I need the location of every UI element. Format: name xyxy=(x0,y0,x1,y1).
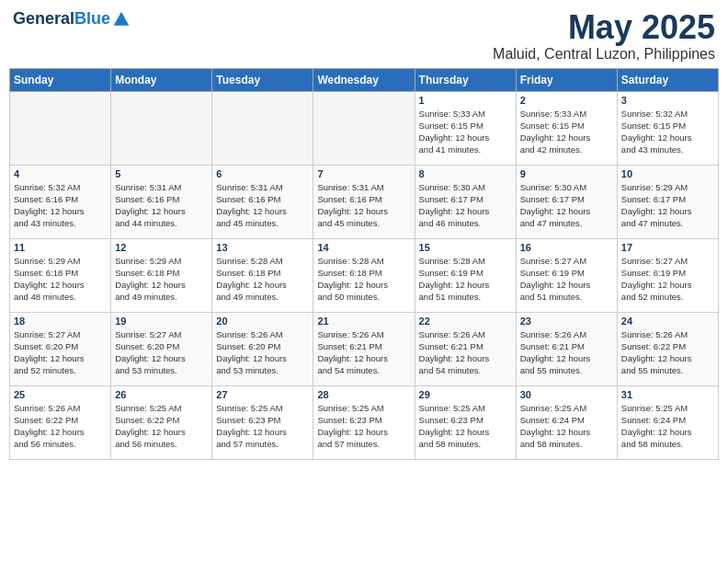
day-info: Sunrise: 5:25 AM Sunset: 6:23 PM Dayligh… xyxy=(216,402,309,451)
day-info: Sunrise: 5:25 AM Sunset: 6:23 PM Dayligh… xyxy=(317,402,410,451)
day-info: Sunrise: 5:31 AM Sunset: 6:16 PM Dayligh… xyxy=(317,181,410,230)
day-info: Sunrise: 5:29 AM Sunset: 6:18 PM Dayligh… xyxy=(115,255,208,304)
day-info: Sunrise: 5:30 AM Sunset: 6:17 PM Dayligh… xyxy=(419,181,512,230)
day-number: 5 xyxy=(115,168,208,179)
day-info: Sunrise: 5:31 AM Sunset: 6:16 PM Dayligh… xyxy=(115,181,208,230)
day-number: 18 xyxy=(14,316,107,327)
calendar-cell: 5Sunrise: 5:31 AM Sunset: 6:16 PM Daylig… xyxy=(111,165,212,238)
calendar-cell: 4Sunrise: 5:32 AM Sunset: 6:16 PM Daylig… xyxy=(10,165,111,238)
day-info: Sunrise: 5:28 AM Sunset: 6:18 PM Dayligh… xyxy=(317,255,410,304)
calendar-cell: 10Sunrise: 5:29 AM Sunset: 6:17 PM Dayli… xyxy=(617,165,718,238)
day-info: Sunrise: 5:28 AM Sunset: 6:19 PM Dayligh… xyxy=(419,255,512,304)
day-number: 17 xyxy=(621,242,714,253)
calendar-cell: 28Sunrise: 5:25 AM Sunset: 6:23 PM Dayli… xyxy=(313,385,415,459)
day-info: Sunrise: 5:28 AM Sunset: 6:18 PM Dayligh… xyxy=(216,255,309,304)
day-info: Sunrise: 5:32 AM Sunset: 6:16 PM Dayligh… xyxy=(14,181,107,230)
day-number: 19 xyxy=(115,316,208,327)
calendar-cell: 24Sunrise: 5:26 AM Sunset: 6:22 PM Dayli… xyxy=(617,312,718,385)
location-title: Maluid, Central Luzon, Philippines xyxy=(493,46,715,63)
day-info: Sunrise: 5:32 AM Sunset: 6:15 PM Dayligh… xyxy=(621,108,714,156)
calendar-cell: 18Sunrise: 5:27 AM Sunset: 6:20 PM Dayli… xyxy=(10,312,111,385)
logo-icon xyxy=(112,10,131,29)
day-info: Sunrise: 5:26 AM Sunset: 6:22 PM Dayligh… xyxy=(14,402,107,451)
day-info: Sunrise: 5:27 AM Sunset: 6:19 PM Dayligh… xyxy=(520,255,613,304)
calendar-cell: 19Sunrise: 5:27 AM Sunset: 6:20 PM Dayli… xyxy=(111,312,212,385)
day-number: 22 xyxy=(419,316,512,327)
calendar-cell: 17Sunrise: 5:27 AM Sunset: 6:19 PM Dayli… xyxy=(617,238,718,312)
day-info: Sunrise: 5:29 AM Sunset: 6:18 PM Dayligh… xyxy=(14,255,107,304)
day-info: Sunrise: 5:30 AM Sunset: 6:17 PM Dayligh… xyxy=(520,181,613,230)
day-number: 20 xyxy=(216,316,309,327)
day-number: 4 xyxy=(14,168,107,179)
day-number: 14 xyxy=(317,242,410,253)
page-header: GeneralBlue May 2025 Maluid, Central Luz… xyxy=(9,9,719,63)
day-info: Sunrise: 5:27 AM Sunset: 6:20 PM Dayligh… xyxy=(14,328,107,377)
calendar-week-row: 11Sunrise: 5:29 AM Sunset: 6:18 PM Dayli… xyxy=(10,238,719,312)
day-number: 26 xyxy=(115,389,208,400)
day-info: Sunrise: 5:26 AM Sunset: 6:21 PM Dayligh… xyxy=(419,328,512,377)
day-number: 28 xyxy=(317,389,410,400)
logo-text: GeneralBlue xyxy=(13,9,131,29)
calendar-cell: 27Sunrise: 5:25 AM Sunset: 6:23 PM Dayli… xyxy=(212,385,313,459)
calendar-cell: 30Sunrise: 5:25 AM Sunset: 6:24 PM Dayli… xyxy=(516,385,617,459)
day-number: 1 xyxy=(419,95,512,106)
calendar-cell: 31Sunrise: 5:25 AM Sunset: 6:24 PM Dayli… xyxy=(617,385,718,459)
calendar-day-header: Wednesday xyxy=(313,68,415,91)
calendar-cell: 15Sunrise: 5:28 AM Sunset: 6:19 PM Dayli… xyxy=(415,238,516,312)
calendar-day-header: Thursday xyxy=(415,68,516,91)
calendar-cell: 23Sunrise: 5:26 AM Sunset: 6:21 PM Dayli… xyxy=(516,312,617,385)
day-info: Sunrise: 5:25 AM Sunset: 6:22 PM Dayligh… xyxy=(115,402,208,451)
day-number: 7 xyxy=(317,168,410,179)
calendar-table: SundayMondayTuesdayWednesdayThursdayFrid… xyxy=(9,68,719,460)
calendar-cell: 1Sunrise: 5:33 AM Sunset: 6:15 PM Daylig… xyxy=(415,91,516,165)
day-number: 27 xyxy=(216,389,309,400)
calendar-header-row: SundayMondayTuesdayWednesdayThursdayFrid… xyxy=(10,68,719,91)
calendar-cell xyxy=(313,91,415,165)
calendar-cell: 26Sunrise: 5:25 AM Sunset: 6:22 PM Dayli… xyxy=(111,385,212,459)
day-number: 21 xyxy=(317,316,410,327)
day-info: Sunrise: 5:33 AM Sunset: 6:15 PM Dayligh… xyxy=(520,108,613,156)
calendar-day-header: Sunday xyxy=(10,68,111,91)
day-info: Sunrise: 5:31 AM Sunset: 6:16 PM Dayligh… xyxy=(216,181,309,230)
calendar-day-header: Friday xyxy=(516,68,617,91)
calendar-cell: 29Sunrise: 5:25 AM Sunset: 6:23 PM Dayli… xyxy=(415,385,516,459)
calendar-cell: 6Sunrise: 5:31 AM Sunset: 6:16 PM Daylig… xyxy=(212,165,313,238)
day-number: 15 xyxy=(419,242,512,253)
day-number: 25 xyxy=(14,389,107,400)
day-info: Sunrise: 5:25 AM Sunset: 6:24 PM Dayligh… xyxy=(520,402,613,451)
title-section: May 2025 Maluid, Central Luzon, Philippi… xyxy=(493,9,715,63)
day-number: 30 xyxy=(520,389,613,400)
day-number: 24 xyxy=(621,316,714,327)
day-number: 16 xyxy=(520,242,613,253)
day-number: 10 xyxy=(621,168,714,179)
day-info: Sunrise: 5:27 AM Sunset: 6:20 PM Dayligh… xyxy=(115,328,208,377)
calendar-cell: 22Sunrise: 5:26 AM Sunset: 6:21 PM Dayli… xyxy=(415,312,516,385)
calendar-week-row: 25Sunrise: 5:26 AM Sunset: 6:22 PM Dayli… xyxy=(10,385,719,459)
calendar-day-header: Monday xyxy=(111,68,212,91)
calendar-cell: 11Sunrise: 5:29 AM Sunset: 6:18 PM Dayli… xyxy=(10,238,111,312)
day-info: Sunrise: 5:29 AM Sunset: 6:17 PM Dayligh… xyxy=(621,181,714,230)
calendar-cell: 20Sunrise: 5:26 AM Sunset: 6:20 PM Dayli… xyxy=(212,312,313,385)
calendar-cell xyxy=(111,91,212,165)
day-number: 2 xyxy=(520,95,613,106)
day-number: 29 xyxy=(419,389,512,400)
day-number: 31 xyxy=(621,389,714,400)
day-number: 12 xyxy=(115,242,208,253)
calendar-cell: 14Sunrise: 5:28 AM Sunset: 6:18 PM Dayli… xyxy=(313,238,415,312)
day-info: Sunrise: 5:26 AM Sunset: 6:21 PM Dayligh… xyxy=(317,328,410,377)
calendar-cell: 13Sunrise: 5:28 AM Sunset: 6:18 PM Dayli… xyxy=(212,238,313,312)
day-info: Sunrise: 5:33 AM Sunset: 6:15 PM Dayligh… xyxy=(419,108,512,156)
day-number: 8 xyxy=(419,168,512,179)
day-number: 3 xyxy=(621,95,714,106)
calendar-cell: 25Sunrise: 5:26 AM Sunset: 6:22 PM Dayli… xyxy=(10,385,111,459)
calendar-week-row: 18Sunrise: 5:27 AM Sunset: 6:20 PM Dayli… xyxy=(10,312,719,385)
calendar-cell: 9Sunrise: 5:30 AM Sunset: 6:17 PM Daylig… xyxy=(516,165,617,238)
day-number: 11 xyxy=(14,242,107,253)
day-number: 13 xyxy=(216,242,309,253)
day-info: Sunrise: 5:25 AM Sunset: 6:24 PM Dayligh… xyxy=(621,402,714,451)
calendar-week-row: 4Sunrise: 5:32 AM Sunset: 6:16 PM Daylig… xyxy=(10,165,719,238)
calendar-day-header: Saturday xyxy=(617,68,718,91)
calendar-week-row: 1Sunrise: 5:33 AM Sunset: 6:15 PM Daylig… xyxy=(10,91,719,165)
logo-general: GeneralBlue xyxy=(13,9,110,29)
calendar-cell: 2Sunrise: 5:33 AM Sunset: 6:15 PM Daylig… xyxy=(516,91,617,165)
